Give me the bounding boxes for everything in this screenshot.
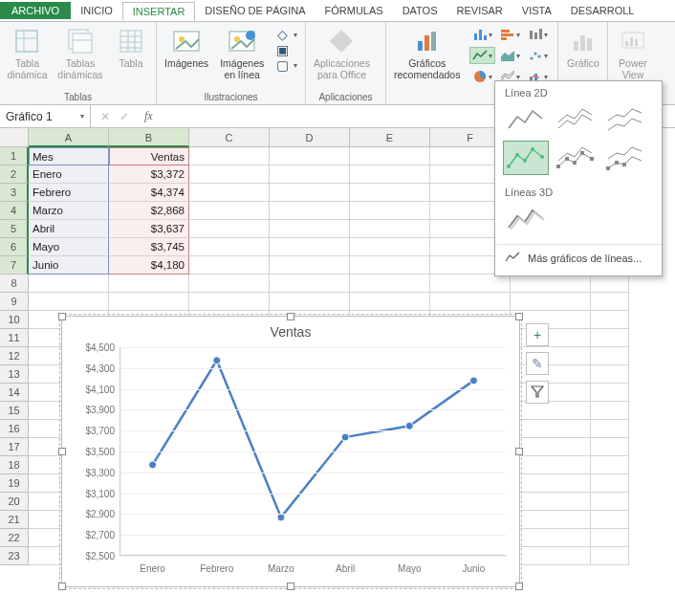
col-header-D[interactable]: D xyxy=(270,128,350,147)
cell[interactable] xyxy=(270,184,350,202)
cell[interactable] xyxy=(511,456,591,474)
cell[interactable] xyxy=(109,275,189,293)
fx-icon[interactable]: fx xyxy=(144,109,153,123)
cell[interactable] xyxy=(350,184,430,202)
row-header[interactable]: 4 xyxy=(0,202,29,220)
cell[interactable]: $4,374 xyxy=(109,184,189,202)
col-header-E[interactable]: E xyxy=(350,128,430,147)
apps-button[interactable]: Aplicaciones para Office xyxy=(312,24,372,82)
cell[interactable] xyxy=(591,347,629,365)
chart-plot-area[interactable]: EneroFebreroMarzoAbrilMayoJunio $2,500$2… xyxy=(120,347,506,556)
cell[interactable] xyxy=(430,293,511,311)
row-header[interactable]: 14 xyxy=(0,384,29,402)
cell[interactable] xyxy=(350,256,430,275)
line-chart-option[interactable] xyxy=(503,102,549,137)
accept-formula-icon[interactable]: ✓ xyxy=(120,110,129,123)
cell[interactable] xyxy=(189,165,270,184)
cell[interactable] xyxy=(29,275,109,293)
cell[interactable] xyxy=(511,347,591,365)
cell[interactable] xyxy=(591,402,629,420)
cell[interactable] xyxy=(591,438,629,456)
cell[interactable]: $3,637 xyxy=(109,220,189,238)
resize-handle[interactable] xyxy=(515,583,523,590)
col-header-C[interactable]: C xyxy=(189,128,270,147)
row-header[interactable]: 21 xyxy=(0,511,29,529)
resize-handle[interactable] xyxy=(287,583,294,590)
cell[interactable] xyxy=(270,293,350,311)
cell[interactable] xyxy=(189,202,270,220)
cell[interactable] xyxy=(591,529,629,547)
cell[interactable] xyxy=(270,220,350,238)
cell[interactable] xyxy=(511,365,591,384)
row-header[interactable]: 12 xyxy=(0,347,29,365)
tab-diseno[interactable]: DISEÑO DE PÁGINA xyxy=(195,2,315,19)
cell[interactable] xyxy=(189,256,270,275)
cell[interactable] xyxy=(350,202,430,220)
line-markers-option[interactable] xyxy=(503,141,549,175)
tab-formulas[interactable]: FÓRMULAS xyxy=(316,2,393,19)
chart-title[interactable]: Ventas xyxy=(62,317,519,343)
cell[interactable] xyxy=(350,220,430,238)
row-header[interactable]: 7 xyxy=(0,256,29,275)
chart-filters-button[interactable] xyxy=(526,381,549,404)
cell[interactable] xyxy=(29,293,109,311)
cell[interactable] xyxy=(189,293,270,311)
cell[interactable] xyxy=(189,238,270,256)
row-header[interactable]: 16 xyxy=(0,420,29,438)
cell[interactable] xyxy=(511,402,591,420)
cell[interactable] xyxy=(270,202,350,220)
cell[interactable] xyxy=(189,220,270,238)
cell[interactable] xyxy=(591,293,629,311)
cell[interactable]: Abril xyxy=(29,220,109,238)
cell[interactable] xyxy=(109,293,189,311)
row-header[interactable]: 17 xyxy=(0,438,29,456)
cell[interactable]: Ventas xyxy=(109,147,189,165)
chart-styles-button[interactable]: ✎ xyxy=(526,352,549,375)
cell[interactable] xyxy=(350,275,430,293)
resize-handle[interactable] xyxy=(58,448,66,455)
chevron-down-icon[interactable]: ▾ xyxy=(80,112,84,121)
row-header[interactable]: 1 xyxy=(0,147,29,165)
cell[interactable] xyxy=(511,420,591,438)
cell[interactable]: Enero xyxy=(29,165,109,184)
insert-column-chart-button[interactable]: ▾ xyxy=(469,26,495,43)
table-button[interactable]: Tabla xyxy=(112,24,150,72)
cell[interactable] xyxy=(591,474,629,493)
row-header[interactable]: 23 xyxy=(0,547,29,565)
cell[interactable] xyxy=(591,384,629,402)
cell[interactable] xyxy=(350,165,430,184)
online-images-button[interactable]: Imágenes en línea xyxy=(218,24,266,82)
cell[interactable] xyxy=(270,165,350,184)
resize-handle[interactable] xyxy=(58,313,66,320)
pivot-table-button[interactable]: Tabla dinámica xyxy=(6,24,49,82)
resize-handle[interactable] xyxy=(58,583,66,590)
resize-handle[interactable] xyxy=(515,448,523,455)
cell[interactable] xyxy=(591,311,629,329)
name-box[interactable]: Gráfico 1 ▾ xyxy=(0,105,91,127)
tab-desarrollador[interactable]: DESARROLL xyxy=(561,2,644,19)
cell[interactable] xyxy=(511,511,591,529)
chart-elements-button[interactable]: + xyxy=(526,323,549,346)
resize-handle[interactable] xyxy=(515,313,523,320)
cell[interactable] xyxy=(511,384,591,402)
cell[interactable] xyxy=(511,547,591,565)
row-header[interactable]: 19 xyxy=(0,474,29,493)
tab-datos[interactable]: DATOS xyxy=(393,2,447,19)
cell[interactable] xyxy=(189,275,270,293)
stacked-line-markers-option[interactable] xyxy=(553,141,599,175)
tab-insertar[interactable]: INSERTAR xyxy=(122,2,196,21)
cell[interactable] xyxy=(591,493,629,511)
row-header[interactable]: 13 xyxy=(0,365,29,384)
cell[interactable] xyxy=(270,238,350,256)
cell[interactable] xyxy=(591,365,629,384)
line-3d-option[interactable] xyxy=(503,202,549,236)
row-header[interactable]: 22 xyxy=(0,529,29,547)
cell[interactable] xyxy=(511,493,591,511)
select-all-corner[interactable] xyxy=(0,128,29,147)
insert-stock-chart-button[interactable]: ▾ xyxy=(525,26,551,43)
recommended-charts-button[interactable]: Gráficos recomendados xyxy=(392,24,462,82)
cell[interactable] xyxy=(591,547,629,565)
row-header[interactable]: 15 xyxy=(0,402,29,420)
cell[interactable] xyxy=(270,256,350,275)
tab-revisar[interactable]: REVISAR xyxy=(447,2,512,19)
